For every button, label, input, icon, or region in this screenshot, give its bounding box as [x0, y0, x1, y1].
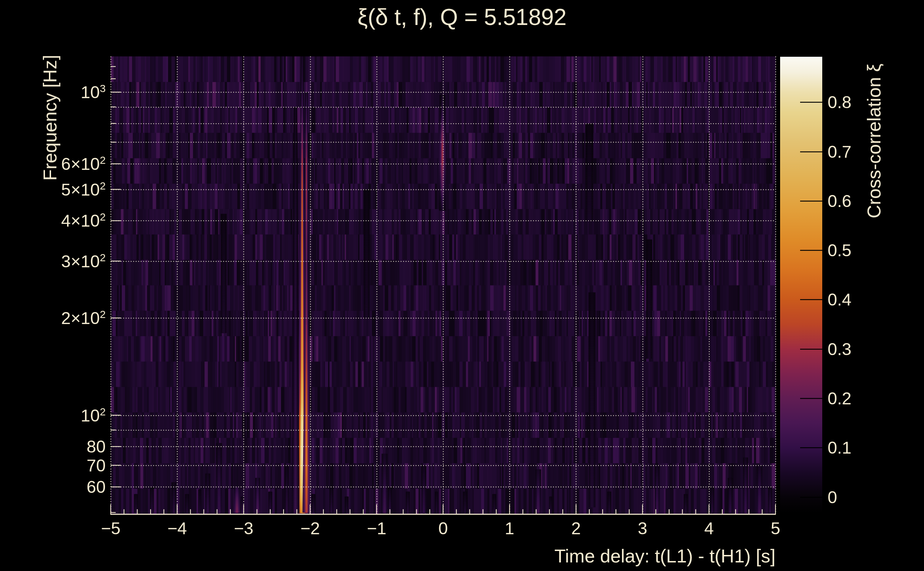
colorbar-tick-label: 0.5	[828, 241, 851, 260]
colorbar-tick-label: 0.1	[828, 438, 851, 457]
colorbar-tick-label: 0	[828, 487, 837, 507]
y-tick-label: 103	[0, 82, 106, 102]
colorbar-tick-label: 0.8	[828, 93, 851, 112]
x-tick-label: 1	[505, 519, 515, 538]
colorbar-tick-label: 0.2	[828, 389, 851, 408]
colorbar-tick-label: 0.3	[828, 339, 851, 359]
x-tick-label: −5	[101, 519, 121, 538]
x-tick-label: 2	[571, 519, 581, 538]
figure-page: { "title": "ξ(δ t, f), Q = 5.51892", "x_…	[0, 0, 924, 571]
x-tick-label: 5	[771, 519, 780, 538]
x-tick-label: −1	[367, 519, 386, 538]
x-tick-label: 3	[638, 519, 647, 538]
colorbar-tick-label: 0.7	[828, 142, 851, 161]
y-tick-label: 102	[0, 406, 106, 425]
y-tick-label: 4×102	[0, 211, 106, 230]
x-tick-label: 4	[704, 519, 714, 538]
colorbar-tick-label: 0.4	[828, 290, 851, 309]
x-tick-label: −2	[300, 519, 320, 538]
y-tick-label: 6×102	[0, 154, 106, 173]
colorbar-tick-label: 0.6	[828, 191, 851, 211]
y-tick-label: 60	[0, 477, 106, 497]
chart-title: ξ(δ t, f), Q = 5.51892	[357, 4, 566, 30]
y-tick-label: 70	[0, 455, 106, 475]
y-tick-label: 3×102	[0, 251, 106, 271]
colorbar-title: Cross-correlation ξ	[863, 63, 885, 218]
y-tick-label: 80	[0, 437, 106, 457]
x-axis-title: Time delay: t(L1) - t(H1) [s]	[555, 545, 776, 567]
x-tick-label: 0	[439, 519, 448, 538]
y-tick-label: 5×102	[0, 179, 106, 199]
x-tick-label: −3	[234, 519, 253, 538]
x-tick-label: −4	[167, 519, 187, 538]
y-tick-label: 2×102	[0, 308, 106, 328]
heatmap-canvas	[0, 0, 924, 571]
